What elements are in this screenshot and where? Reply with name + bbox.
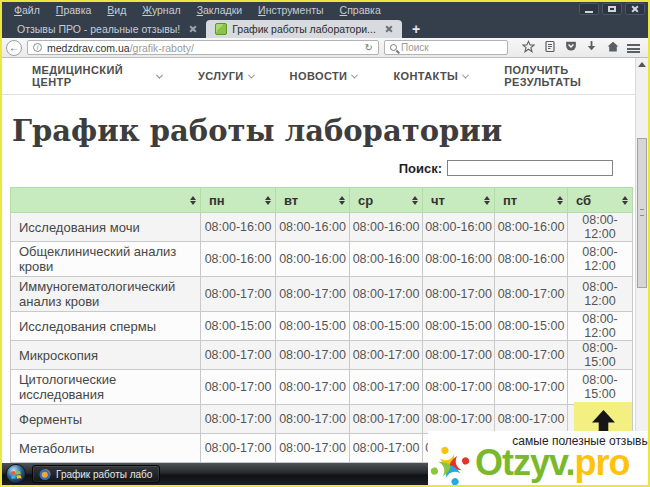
- tab-grafik-raboty[interactable]: График работы лаборатори...: [206, 20, 402, 38]
- menu-item-2[interactable]: Правка: [48, 3, 99, 17]
- site-info-icon[interactable]: i: [33, 43, 42, 52]
- time-cell: 08:00-17:00: [350, 341, 423, 370]
- menu-item-7[interactable]: Справка: [332, 3, 389, 17]
- column-header-пн[interactable]: пн: [201, 188, 276, 213]
- nav-item-2[interactable]: УСЛУГИ: [198, 70, 254, 82]
- nav-item-1[interactable]: МЕДИЦИНСКИЙ ЦЕНТР: [32, 64, 162, 88]
- browser-window: ФайлПравкаВидЖурналЗакладкиИнструментыСп…: [0, 0, 650, 487]
- column-header-ср[interactable]: ср: [350, 188, 423, 213]
- menu-item-1[interactable]: Файл: [6, 3, 48, 17]
- tab-close-icon[interactable]: [189, 25, 197, 33]
- time-cell: 08:00-17:00: [201, 277, 276, 312]
- time-cell: 08:00-17:00: [276, 341, 350, 370]
- time-cell: 08:00-16:00: [276, 242, 350, 277]
- nav-item-label: УСЛУГИ: [198, 70, 244, 82]
- close-button[interactable]: [625, 3, 645, 15]
- maximize-button[interactable]: [602, 3, 622, 15]
- row-name-cell: Общеклинический анализ крови: [11, 242, 201, 277]
- browser-search-field[interactable]: Поиск: [384, 40, 508, 55]
- time-cell: 08:00-16:00: [276, 213, 350, 242]
- menu-item-3[interactable]: Вид: [99, 3, 134, 17]
- time-cell: 08:00-16:00: [350, 213, 423, 242]
- bookmarks-menu-icon[interactable]: [539, 39, 560, 57]
- column-header-label: чт: [431, 193, 445, 208]
- table-search-input[interactable]: [447, 160, 613, 176]
- column-header-сб[interactable]: сб: [568, 188, 633, 213]
- scrollbar-thumb[interactable]: [637, 138, 647, 288]
- menu-hamburger-icon[interactable]: [623, 39, 644, 57]
- nav-item-3[interactable]: НОВОСТИ: [290, 70, 358, 82]
- brand-tld: pro: [574, 442, 629, 483]
- nav-item-label: КОНТАКТЫ: [393, 70, 458, 82]
- bookmark-star-icon[interactable]: [518, 39, 539, 57]
- sort-icon[interactable]: [339, 196, 345, 205]
- navigation-toolbar: ← i medzdrav.com.ua /grafik-raboty/ ↻ По…: [2, 38, 648, 58]
- time-cell: 08:00-17:00: [495, 370, 568, 405]
- table-search-label: Поиск:: [399, 161, 442, 176]
- table-row: Исследования спермы08:00-15:0008:00-15:0…: [11, 312, 633, 341]
- time-cell: 08:00-15:00: [350, 312, 423, 341]
- search-icon: [390, 44, 397, 51]
- nav-item-5[interactable]: ПОЛУЧИТЬ РЕЗУЛЬТАТЫ: [504, 64, 635, 88]
- time-cell: 08:00-17:00: [350, 434, 423, 463]
- time-cell: 08:00-16:00: [423, 242, 495, 277]
- tab-favicon: [215, 23, 227, 35]
- pocket-icon[interactable]: [560, 39, 581, 57]
- tab-close-icon[interactable]: [385, 25, 393, 33]
- sort-icon[interactable]: [265, 196, 271, 205]
- tab-title: Отзывы ПРО - реальные отзывы!: [17, 23, 180, 35]
- column-header-label: вт: [284, 193, 298, 208]
- sort-icon[interactable]: [190, 196, 196, 205]
- row-name-cell: Иммуногематологический анализ крови: [11, 277, 201, 312]
- taskbar-task-button[interactable]: График работы лабо...: [32, 465, 160, 483]
- time-cell: 08:00-15:00: [201, 312, 276, 341]
- scrollbar-up-icon[interactable]: [636, 58, 648, 70]
- row-name-cell: Ферменты: [11, 405, 201, 434]
- downloads-icon[interactable]: [581, 39, 602, 57]
- tab-otzyvy-pro[interactable]: Отзывы ПРО - реальные отзывы!: [8, 20, 206, 38]
- sort-icon[interactable]: [412, 196, 418, 205]
- time-cell: 08:00-17:00: [495, 277, 568, 312]
- row-name-cell: Исследования спермы: [11, 312, 201, 341]
- column-header-вт[interactable]: вт: [276, 188, 350, 213]
- url-bar[interactable]: i medzdrav.com.ua /grafik-raboty/ ↻: [27, 40, 379, 55]
- minimize-button[interactable]: [579, 3, 599, 15]
- back-icon[interactable]: ←: [6, 40, 22, 56]
- time-cell: 08:00-16:00: [201, 213, 276, 242]
- time-cell: 08:00-16:00: [423, 213, 495, 242]
- reload-icon[interactable]: ↻: [365, 42, 373, 53]
- menu-item-5[interactable]: Закладки: [189, 3, 250, 17]
- time-cell: 08:00-17:00: [276, 277, 350, 312]
- time-cell: 08:00-17:00: [350, 370, 423, 405]
- column-header-label: пн: [209, 193, 225, 208]
- time-cell: 08:00-16:00: [495, 242, 568, 277]
- menu-item-4[interactable]: Журнал: [134, 3, 188, 17]
- column-header-пт[interactable]: пт: [495, 188, 568, 213]
- page-scrollbar[interactable]: [635, 58, 648, 463]
- sort-icon[interactable]: [484, 196, 490, 205]
- table-row: Цитологические исследования08:00-17:0008…: [11, 370, 633, 405]
- tab-bar: Отзывы ПРО - реальные отзывы! График раб…: [2, 18, 648, 38]
- nav-item-label: МЕДИЦИНСКИЙ ЦЕНТР: [32, 64, 152, 88]
- time-cell: 08:00-16:00: [201, 242, 276, 277]
- column-header-чт[interactable]: чт: [423, 188, 495, 213]
- table-row: Микроскопия08:00-17:0008:00-17:0008:00-1…: [11, 341, 633, 370]
- menu-bar: ФайлПравкаВидЖурналЗакладкиИнструментыСп…: [2, 2, 648, 18]
- otzyv-logo-icon: [428, 443, 472, 487]
- time-cell: 08:00-17:00: [423, 370, 495, 405]
- home-icon[interactable]: [602, 39, 623, 57]
- column-header-rowlabel[interactable]: [11, 188, 201, 213]
- page-content: МЕДИЦИНСКИЙ ЦЕНТРУСЛУГИНОВОСТИКОНТАКТЫПО…: [2, 58, 635, 463]
- sort-icon[interactable]: [557, 196, 563, 205]
- otzyv-watermark: самые полезные отзывы Otzyv.pro: [428, 431, 650, 485]
- table-row: Исследования мочи08:00-16:0008:00-16:000…: [11, 213, 633, 242]
- row-name-cell: Микроскопия: [11, 341, 201, 370]
- nav-item-4[interactable]: КОНТАКТЫ: [393, 70, 468, 82]
- menu-item-6[interactable]: Инструменты: [250, 3, 331, 17]
- sort-icon[interactable]: [622, 196, 628, 205]
- start-button[interactable]: [5, 463, 27, 485]
- new-tab-button[interactable]: +: [402, 20, 430, 38]
- time-cell: 08:00-17:00: [201, 434, 276, 463]
- time-cell: 08:00-16:00: [495, 213, 568, 242]
- row-name-cell: Исследования мочи: [11, 213, 201, 242]
